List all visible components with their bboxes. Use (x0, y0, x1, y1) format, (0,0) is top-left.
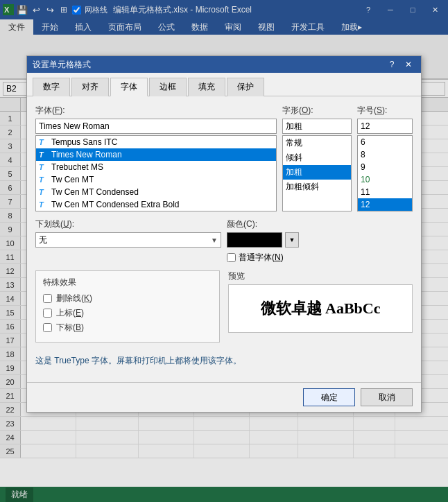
font-section: 字体(F): T Tempus Sans ITC T Times New Rom… (35, 105, 413, 211)
preview-label: 预览 (228, 270, 413, 282)
style-text-input[interactable] (282, 119, 352, 134)
color-dropdown-btn[interactable]: ▼ (285, 232, 299, 248)
font-type-icon: T (39, 150, 49, 159)
tab-border[interactable]: 边框 (149, 78, 187, 96)
font-type-icon: T (39, 188, 49, 196)
size-6[interactable]: 6 (358, 136, 412, 148)
style-label: 字形(O): (282, 105, 352, 116)
effects-col: 特殊效果 删除线(K) 上标(E) 下标(B) (35, 270, 220, 349)
tab-number[interactable]: 数字 (33, 78, 70, 96)
underline-color-row: 下划线(U): 无 ▼ 颜色(C): ▼ (35, 218, 413, 263)
size-10[interactable]: 10 (358, 173, 412, 186)
font-item-twcen[interactable]: T Tw Cen MT (36, 173, 276, 186)
dialog-overlay: 设置单元格格式 ? ✕ 数字 对齐 字体 边框 填充 保护 (0, 0, 448, 502)
font-item-times[interactable]: T Times New Roman (36, 148, 276, 161)
tab-font[interactable]: 字体 (110, 78, 148, 96)
font-item-twcen-cond[interactable]: T Tw Cen MT Condensed (36, 186, 276, 198)
style-listbox[interactable]: 常规 倾斜 加粗 加粗倾斜 (282, 135, 352, 211)
font-item-name: Tw Cen MT Condensed Extra Bold (51, 200, 180, 209)
font-item-tempus[interactable]: T Tempus Sans ITC (36, 136, 276, 148)
font-item-name: Tempus Sans ITC (51, 137, 117, 147)
preview-box: 微软卓越 AaBbCc (228, 284, 413, 333)
color-swatch[interactable] (227, 232, 282, 248)
strikethrough-checkbox[interactable] (43, 294, 52, 303)
normal-font-checkbox[interactable] (227, 253, 236, 262)
confirm-button[interactable]: 确定 (303, 388, 355, 406)
dialog-buttons: 确定 取消 (27, 382, 421, 412)
font-label: 字体(F): (35, 105, 277, 116)
cancel-button[interactable]: 取消 (361, 388, 413, 406)
subscript-checkbox[interactable] (43, 323, 52, 332)
color-label: 颜色(C): (227, 218, 413, 230)
font-item-name: Times New Roman (51, 150, 122, 159)
size-text-input[interactable] (357, 119, 413, 134)
font-item-trebuchet[interactable]: T Trebuchet MS (36, 161, 276, 173)
font-listbox[interactable]: T Tempus Sans ITC T Times New Roman T Tr… (35, 135, 277, 211)
font-type-icon: T (39, 175, 49, 184)
font-type-icon: T (39, 163, 49, 171)
dialog-content: 字体(F): T Tempus Sans ITC T Times New Rom… (27, 96, 421, 382)
underline-col: 下划线(U): 无 ▼ (35, 218, 221, 263)
tab-align[interactable]: 对齐 (71, 78, 109, 96)
font-col-left: 字体(F): T Tempus Sans ITC T Times New Rom… (35, 105, 277, 211)
font-item-name: Tw Cen MT (51, 175, 94, 184)
font-type-icon: T (39, 138, 49, 146)
preview-col: 预览 微软卓越 AaBbCc (228, 270, 413, 349)
preview-text: 微软卓越 AaBbCc (261, 298, 381, 319)
font-item-name: Trebuchet MS (51, 162, 103, 172)
info-text: 这是 TrueType 字体。屏幕和打印机上都将使用该字体。 (35, 355, 413, 367)
effect-superscript: 上标(E) (43, 307, 212, 319)
underline-value: 无 (39, 234, 47, 246)
underline-select[interactable]: 无 ▼ (35, 232, 221, 248)
size-label: 字号(S): (357, 105, 413, 116)
underline-label: 下划线(U): (35, 218, 221, 230)
dialog-title-controls: ? ✕ (385, 58, 415, 71)
subscript-label: 下标(B) (56, 322, 84, 334)
tab-protect[interactable]: 保护 (227, 78, 264, 96)
style-italic[interactable]: 倾斜 (283, 150, 351, 165)
size-8[interactable]: 8 (358, 148, 412, 161)
color-col: 颜色(C): ▼ 普通字体(N) (227, 218, 413, 263)
style-bold[interactable]: 加粗 (283, 165, 351, 180)
font-col-right: 字号(S): 6 8 9 10 11 12 (357, 105, 413, 211)
font-item-name: Tw Cen MT Condensed (51, 187, 139, 197)
effect-subscript: 下标(B) (43, 322, 212, 334)
normal-font-check: 普通字体(N) (227, 252, 413, 263)
size-listbox[interactable]: 6 8 9 10 11 12 (357, 135, 413, 211)
superscript-checkbox[interactable] (43, 309, 52, 318)
dialog-close-btn[interactable]: ✕ (402, 58, 415, 71)
effects-box: 特殊效果 删除线(K) 上标(E) 下标(B) (35, 270, 220, 343)
font-item-twcen-extra[interactable]: T Tw Cen MT Condensed Extra Bold (36, 198, 276, 211)
size-12[interactable]: 12 (358, 198, 412, 211)
normal-font-label: 普通字体(N) (239, 252, 284, 263)
font-col-mid: 字形(O): 常规 倾斜 加粗 加粗倾斜 (282, 105, 352, 211)
dialog-help-btn[interactable]: ? (385, 58, 399, 71)
dialog-title-bar: 设置单元格格式 ? ✕ (27, 56, 421, 73)
effect-strikethrough: 删除线(K) (43, 293, 212, 304)
color-btn-row: ▼ (227, 232, 413, 248)
style-regular[interactable]: 常规 (283, 136, 351, 150)
underline-arrow: ▼ (211, 236, 218, 244)
size-11[interactable]: 11 (358, 186, 412, 198)
size-9[interactable]: 9 (358, 161, 412, 173)
tab-fill[interactable]: 填充 (188, 78, 225, 96)
superscript-label: 上标(E) (56, 307, 84, 319)
format-cells-dialog: 设置单元格格式 ? ✕ 数字 对齐 字体 边框 填充 保护 (26, 55, 422, 413)
font-type-icon: T (39, 200, 49, 209)
excel-window: X 💾 ↩ ↪ ⊞ 网格线 编辑单元格格式.xlsx - Microsoft E… (0, 0, 448, 502)
font-text-input[interactable] (35, 119, 277, 134)
style-bold-italic[interactable]: 加粗倾斜 (283, 180, 351, 194)
dialog-title: 设置单元格格式 (33, 59, 91, 71)
effects-title: 特殊效果 (43, 277, 212, 288)
effects-preview-row: 特殊效果 删除线(K) 上标(E) 下标(B) (35, 270, 413, 349)
dialog-tabs: 数字 对齐 字体 边框 填充 保护 (27, 73, 421, 96)
strikethrough-label: 删除线(K) (56, 293, 92, 304)
